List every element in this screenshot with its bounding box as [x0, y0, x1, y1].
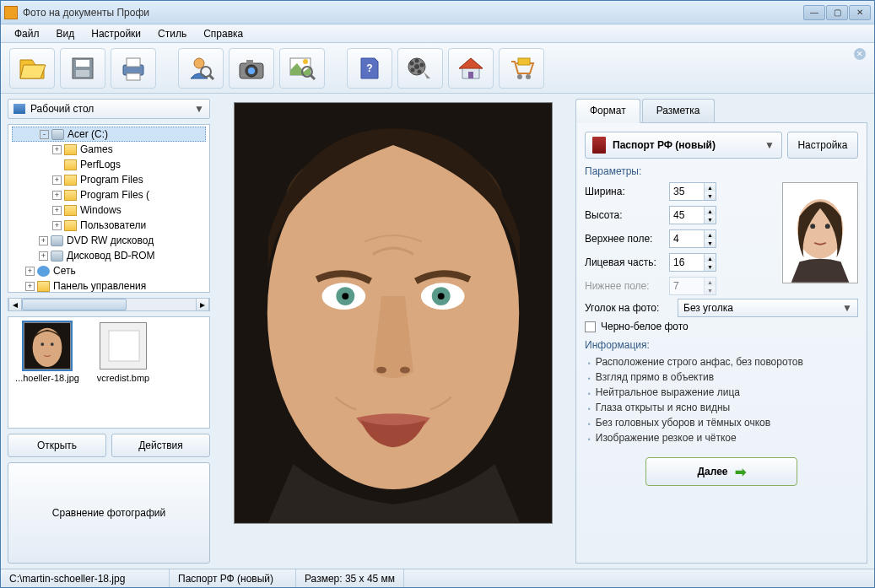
params-heading: Параметры:	[585, 165, 858, 177]
location-dropdown[interactable]: Рабочий стол ▼	[8, 99, 210, 119]
save-icon[interactable]	[60, 48, 105, 89]
tree-expand-icon[interactable]: +	[52, 191, 62, 200]
svg-point-31	[41, 343, 44, 346]
chevron-down-icon: ▼	[194, 103, 204, 115]
arrow-right-icon: ➡	[735, 464, 746, 480]
tree-node[interactable]: +Сеть	[12, 263, 206, 278]
tree-node[interactable]: PerfLogs	[12, 157, 206, 172]
svg-point-22	[418, 69, 422, 73]
tree-node[interactable]: +DVD RW дисковод	[12, 233, 206, 248]
tree-label: DVD RW дисковод	[67, 235, 154, 246]
tree-scrollbar[interactable]: ◂ ▸	[8, 298, 210, 311]
tree-node[interactable]: +Дисковод BD-ROM	[12, 248, 206, 263]
scroll-thumb[interactable]	[22, 299, 127, 310]
print-icon[interactable]	[111, 48, 156, 89]
tree-expand-icon[interactable]: -	[40, 130, 49, 139]
height-spinner[interactable]: 45▲▼	[669, 206, 716, 224]
tree-expand-icon[interactable]: +	[39, 236, 48, 245]
film-icon[interactable]	[397, 48, 443, 89]
tree-expand-icon[interactable]: +	[25, 267, 35, 276]
folder-tree[interactable]: -Acer (C:)+GamesPerfLogs+Program Files+P…	[8, 124, 210, 293]
svg-point-41	[342, 293, 348, 299]
format-preview-thumb	[782, 182, 858, 283]
bw-checkbox[interactable]	[585, 321, 596, 332]
bottom-margin-spinner: 7▲▼	[669, 277, 716, 295]
height-label: Высота:	[585, 209, 664, 221]
tree-expand-icon[interactable]: +	[52, 206, 62, 215]
tab-format[interactable]: Формат	[575, 99, 640, 123]
camera-icon[interactable]	[229, 48, 274, 89]
top-margin-spinner[interactable]: 4▲▼	[669, 229, 716, 248]
tree-label: Games	[80, 143, 113, 155]
menu-file[interactable]: Файл	[8, 26, 46, 41]
app-window: Фото на документы Профи — ▢ ✕ Файл Вид Н…	[0, 0, 875, 588]
chevron-down-icon: ▼	[764, 139, 775, 151]
svg-point-48	[825, 224, 830, 229]
right-panel: Формат Разметка Паспорт РФ (новый) ▼ Нас…	[575, 99, 867, 564]
top-margin-label: Верхнее поле:	[585, 233, 664, 245]
tree-expand-icon[interactable]: +	[52, 145, 62, 154]
thumbnail-item[interactable]: ...hoeller-18.jpg	[14, 322, 81, 383]
tab-markup[interactable]: Разметка	[642, 99, 715, 122]
open-button[interactable]: Открыть	[8, 434, 106, 457]
tree-node[interactable]: +Program Files (	[12, 187, 206, 202]
next-button[interactable]: Далее ➡	[645, 457, 797, 486]
open-icon[interactable]	[9, 48, 55, 89]
cart-icon[interactable]	[499, 48, 544, 89]
menu-help[interactable]: Справка	[197, 26, 250, 41]
compare-button[interactable]: Сравнение фотографий	[8, 462, 210, 564]
info-item: Без головных уборов и тёмных очков	[588, 415, 858, 430]
tree-node[interactable]: +Панель управления	[12, 278, 206, 293]
tree-node[interactable]: -Acer (C:)	[12, 127, 206, 142]
menubar: Файл Вид Настройки Стиль Справка	[1, 24, 874, 43]
scroll-right-icon[interactable]: ▸	[196, 299, 209, 310]
home-icon[interactable]	[448, 48, 494, 89]
svg-point-19	[414, 64, 419, 69]
face-part-label: Лицевая часть:	[585, 256, 664, 268]
tree-node[interactable]: +Windows	[12, 202, 206, 218]
tree-expand-icon[interactable]: +	[52, 221, 62, 230]
tree-node[interactable]: +Games	[12, 142, 206, 157]
svg-rect-4	[127, 58, 140, 67]
tree-node[interactable]: +Пользователи	[12, 218, 206, 233]
tree-label: Панель управления	[53, 280, 146, 292]
thumbnail-item[interactable]: vcredist.bmp	[89, 322, 157, 383]
tree-expand-icon[interactable]: +	[25, 282, 35, 291]
document-format-dropdown[interactable]: Паспорт РФ (новый) ▼	[585, 132, 782, 159]
menu-view[interactable]: Вид	[50, 26, 82, 41]
folder-icon	[64, 205, 77, 216]
maximize-button[interactable]: ▢	[826, 5, 848, 20]
toolbar: ? ✕	[1, 43, 874, 94]
face-part-spinner[interactable]: 16▲▼	[669, 253, 716, 272]
menu-style[interactable]: Стиль	[151, 26, 193, 41]
help-book-icon[interactable]: ?	[347, 48, 392, 89]
svg-rect-5	[127, 73, 140, 80]
svg-point-43	[376, 367, 386, 374]
folder-icon	[64, 144, 77, 155]
actions-button[interactable]: Действия	[111, 434, 210, 457]
svg-point-14	[303, 59, 308, 64]
app-icon	[4, 6, 18, 19]
settings-button[interactable]: Настройка	[787, 132, 858, 159]
tree-label: Пользователи	[80, 219, 146, 231]
menu-settings[interactable]: Настройки	[84, 26, 148, 41]
width-spinner[interactable]: 35▲▼	[669, 182, 716, 201]
thumbnail-label: vcredist.bmp	[97, 373, 149, 383]
person-search-icon[interactable]	[178, 48, 224, 89]
minimize-button[interactable]: —	[803, 5, 825, 20]
main-photo[interactable]	[234, 102, 553, 524]
tree-expand-icon[interactable]: +	[39, 251, 48, 261]
info-item: Нейтральное выражение лица	[588, 385, 858, 400]
tree-label: Сеть	[53, 265, 76, 277]
corner-dropdown[interactable]: Без уголка ▼	[678, 299, 858, 317]
location-label: Рабочий стол	[30, 103, 194, 115]
scroll-left-icon[interactable]: ◂	[8, 299, 22, 310]
tree-node[interactable]: +Program Files	[12, 172, 206, 187]
content-area: Рабочий стол ▼ -Acer (C:)+GamesPerfLogs+…	[1, 94, 874, 569]
info-heading: Информация:	[585, 339, 858, 351]
photo-search-icon[interactable]	[279, 48, 325, 89]
folder-icon	[64, 175, 77, 186]
tree-expand-icon[interactable]: +	[52, 175, 62, 185]
close-button[interactable]: ✕	[849, 5, 871, 20]
toolbar-close-icon[interactable]: ✕	[854, 48, 866, 60]
